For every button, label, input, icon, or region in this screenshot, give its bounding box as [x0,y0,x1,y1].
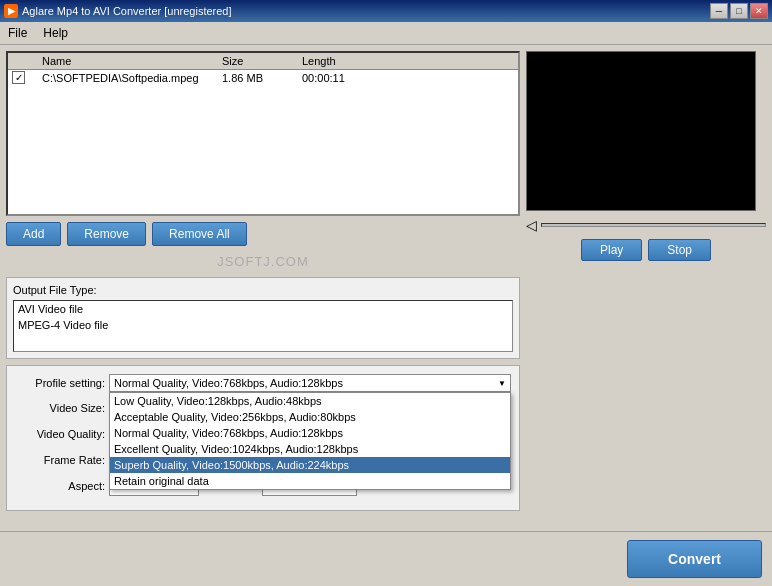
menu-help[interactable]: Help [35,24,76,42]
app-title: Aglare Mp4 to AVI Converter [unregistere… [22,5,232,17]
output-label: Output File Type: [13,284,513,296]
col-header-size: Size [218,55,298,67]
output-section: Output File Type: AVI Video file MPEG-4 … [6,277,520,359]
output-list: AVI Video file MPEG-4 Video file [13,300,513,352]
add-button[interactable]: Add [6,222,61,246]
maximize-button[interactable]: □ [730,3,748,19]
action-buttons: Add Remove Remove All [6,222,520,246]
profile-value: Normal Quality, Video:768kbps, Audio:128… [114,377,343,389]
dropdown-arrow-icon: ▼ [498,379,506,388]
convert-button[interactable]: Convert [627,540,762,578]
app-icon: ▶ [4,4,18,18]
bottom-bar: Convert [0,531,772,586]
frame-rate-label: Frame Rate: [15,454,105,466]
title-bar-text: ▶ Aglare Mp4 to AVI Converter [unregiste… [4,4,232,18]
row-name: C:\SOFTPEDIA\Softpedia.mpeg [38,72,218,84]
col-header-check [8,55,38,67]
table-header: Name Size Length [8,53,518,70]
watermark1: JSOFTJ.COM [6,254,520,269]
slider-left-icon: ◁ [526,217,537,233]
profile-label: Profile setting: [15,377,105,389]
remove-all-button[interactable]: Remove All [152,222,247,246]
video-size-label: Video Size: [15,402,105,414]
output-option-avi[interactable]: AVI Video file [14,301,512,317]
row-check[interactable]: ✓ [8,71,38,84]
video-quality-label: Video Quality: [15,428,105,440]
profile-dropdown-container: Normal Quality, Video:768kbps, Audio:128… [109,374,511,392]
col-header-length: Length [298,55,398,67]
slider-container: ◁ [526,215,766,235]
title-bar: ▶ Aglare Mp4 to AVI Converter [unregiste… [0,0,772,22]
output-option-mpeg4[interactable]: MPEG-4 Video file [14,317,512,333]
profile-option-4[interactable]: Superb Quality, Video:1500kbps, Audio:22… [110,457,510,473]
play-button[interactable]: Play [581,239,642,261]
profile-option-5[interactable]: Retain original data [110,473,510,489]
table-row[interactable]: ✓ C:\SOFTPEDIA\Softpedia.mpeg 1.86 MB 00… [8,70,518,85]
left-panel: Name Size Length ✓ C:\SOFTPEDIA\Softpedi… [6,51,520,511]
file-table: Name Size Length ✓ C:\SOFTPEDIA\Softpedi… [6,51,520,216]
profile-option-2[interactable]: Normal Quality, Video:768kbps, Audio:128… [110,425,510,441]
row-size: 1.86 MB [218,72,298,84]
minimize-button[interactable]: ─ [710,3,728,19]
row-length: 00:00:11 [298,72,398,84]
menu-bar: File Help [0,22,772,45]
stop-button[interactable]: Stop [648,239,711,261]
checkbox[interactable]: ✓ [12,71,25,84]
menu-file[interactable]: File [0,24,35,42]
playback-slider[interactable] [541,223,766,227]
video-preview [526,51,756,211]
remove-button[interactable]: Remove [67,222,146,246]
col-header-name: Name [38,55,218,67]
close-button[interactable]: ✕ [750,3,768,19]
profile-option-1[interactable]: Acceptable Quality, Video:256kbps, Audio… [110,409,510,425]
profile-option-3[interactable]: Excellent Quality, Video:1024kbps, Audio… [110,441,510,457]
right-panel: ◁ Play Stop [526,51,766,511]
window-controls: ─ □ ✕ [710,3,768,19]
settings-panel: ©WWW.WebSoftJ.CoM Profile setting: Norma… [6,365,520,511]
profile-dropdown-menu: Low Quality, Video:128kbps, Audio:48kbps… [109,392,511,490]
aspect-label: Aspect: [15,480,105,492]
profile-dropdown-btn[interactable]: Normal Quality, Video:768kbps, Audio:128… [109,374,511,392]
profile-option-0[interactable]: Low Quality, Video:128kbps, Audio:48kbps [110,393,510,409]
playback-buttons: Play Stop [526,239,766,261]
profile-setting-row: Profile setting: Normal Quality, Video:7… [15,374,511,392]
